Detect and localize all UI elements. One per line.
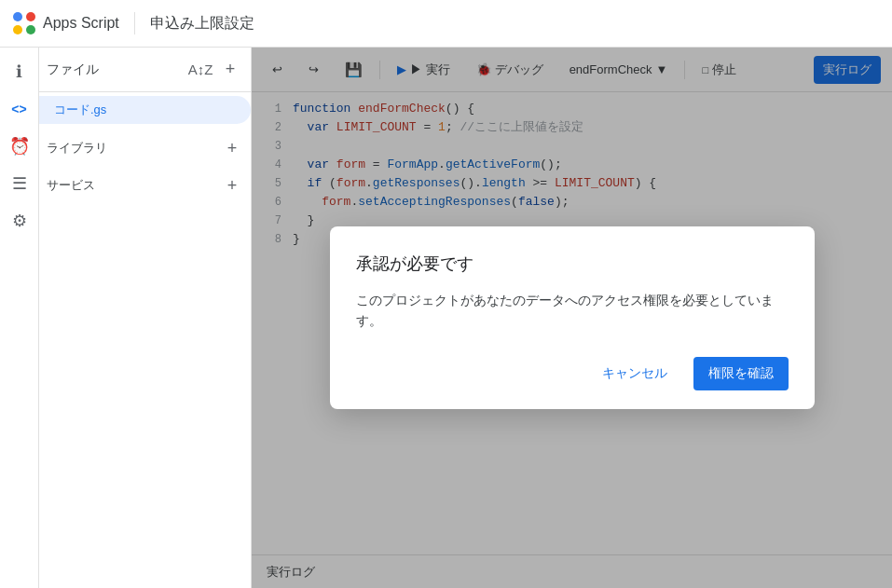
file-item-code-gs[interactable]: コード.gs	[39, 96, 251, 124]
content-area: ↩ ↪ 💾 ▶ ▶ 実行 🐞 デバッグ endFormCheck ▼ □ 停止	[252, 48, 892, 588]
auth-dialog: 承認が必要です このプロジェクトがあなたのデータへのアクセス権限を必要としていま…	[330, 226, 815, 410]
svg-point-1	[26, 12, 35, 21]
add-file-button[interactable]: +	[217, 57, 243, 83]
services-section: サービス +	[39, 169, 251, 202]
file-panel-toolbar: ファイル A↕Z +	[39, 48, 251, 92]
dialog-actions: キャンセル 権限を確認	[356, 357, 789, 390]
services-label: サービス	[47, 177, 221, 194]
app-header: Apps Script 申込み上限設定	[0, 0, 892, 48]
logo: Apps Script	[11, 10, 119, 36]
dialog-overlay: 承認が必要です このプロジェクトがあなたのデータへのアクセス権限を必要としていま…	[252, 48, 892, 588]
cancel-button[interactable]: キャンセル	[587, 357, 682, 390]
dialog-title: 承認が必要です	[356, 253, 789, 275]
apps-script-logo	[11, 10, 37, 36]
sidebar-clock-icon[interactable]: ⏰	[3, 130, 36, 163]
svg-point-3	[26, 25, 35, 34]
main-layout: ℹ <> ⏰ ☰ ⚙ ファイル A↕Z + コード.gs ライブラリ + サービ…	[0, 48, 892, 588]
file-tree: コード.gs ライブラリ + サービス +	[39, 92, 251, 588]
libraries-label: ライブラリ	[47, 140, 221, 157]
sort-files-button[interactable]: A↕Z	[187, 57, 213, 83]
file-panel: ファイル A↕Z + コード.gs ライブラリ + サービス +	[39, 48, 252, 588]
header-separator	[134, 12, 135, 34]
sidebar-list-icon[interactable]: ☰	[3, 167, 36, 200]
sidebar-info-icon[interactable]: ℹ	[3, 55, 36, 89]
dialog-body: このプロジェクトがあなたのデータへのアクセス権限を必要としています。	[356, 290, 789, 332]
sidebar-gear-icon[interactable]: ⚙	[3, 204, 36, 238]
files-label: ファイル	[47, 62, 184, 78]
add-service-button[interactable]: +	[221, 174, 243, 197]
sidebar: ℹ <> ⏰ ☰ ⚙	[0, 48, 39, 588]
svg-point-2	[13, 25, 22, 34]
sidebar-code-icon[interactable]: <>	[3, 92, 36, 126]
add-library-button[interactable]: +	[221, 137, 243, 159]
project-name: 申込み上限設定	[150, 14, 254, 34]
app-name: Apps Script	[43, 15, 119, 32]
libraries-section: ライブラリ +	[39, 131, 251, 165]
confirm-button[interactable]: 権限を確認	[693, 357, 789, 390]
svg-point-0	[13, 12, 22, 21]
